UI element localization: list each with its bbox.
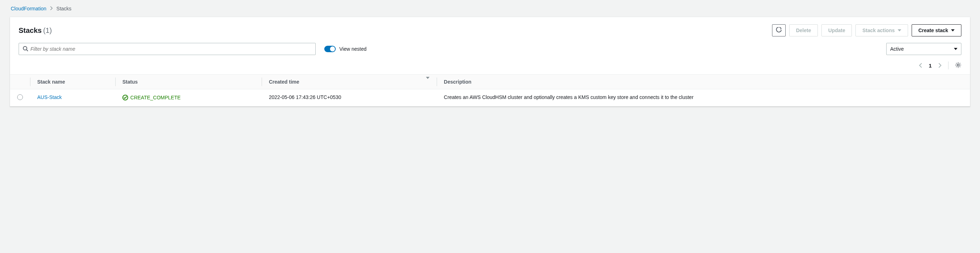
breadcrumb: CloudFormation Stacks <box>0 3 980 17</box>
created-time-cell: 2022-05-06 17:43:26 UTC+0530 <box>262 89 437 106</box>
stack-actions-button[interactable]: Stack actions <box>856 24 908 36</box>
stacks-panel: Stacks (1) Delete Update Stack actions <box>10 17 970 106</box>
search-icon <box>22 46 28 52</box>
created-time-column-header[interactable]: Created time <box>262 75 437 89</box>
description-cell: Creates an AWS CloudHSM cluster and opti… <box>437 89 970 106</box>
svg-point-2 <box>957 64 959 66</box>
create-stack-label: Create stack <box>918 27 948 33</box>
action-button-group: Delete Update Stack actions Create stack <box>772 24 961 36</box>
refresh-button[interactable] <box>772 24 786 36</box>
caret-down-icon <box>954 48 958 50</box>
table-row: AUS-Stack CREATE_COMPLETE 2022-05-06 17:… <box>10 89 970 106</box>
breadcrumb-link-cloudformation[interactable]: CloudFormation <box>11 6 46 11</box>
refresh-icon <box>776 27 782 34</box>
stack-actions-label: Stack actions <box>862 27 894 33</box>
chevron-right-icon <box>50 6 53 11</box>
view-nested-label: View nested <box>339 46 366 52</box>
breadcrumb-current: Stacks <box>57 6 72 11</box>
status-filter-value: Active <box>890 46 904 52</box>
success-icon <box>123 95 128 100</box>
caret-down-icon <box>951 29 955 32</box>
status-text: CREATE_COMPLETE <box>130 95 181 100</box>
divider <box>948 62 948 69</box>
sort-descending-icon <box>426 79 430 85</box>
svg-point-0 <box>23 46 27 50</box>
stacks-table: Stack name Status Created time Descripti… <box>10 74 970 106</box>
status-column-header[interactable]: Status <box>115 75 262 89</box>
current-page: 1 <box>929 63 932 69</box>
next-page-button[interactable] <box>938 63 942 68</box>
status-badge: CREATE_COMPLETE <box>123 95 181 100</box>
create-stack-button[interactable]: Create stack <box>912 24 961 36</box>
search-input[interactable] <box>28 44 312 54</box>
description-column-header[interactable]: Description <box>437 75 970 89</box>
caret-down-icon <box>898 29 901 32</box>
prev-page-button[interactable] <box>919 63 923 68</box>
page-title-text: Stacks <box>19 27 42 35</box>
search-box[interactable] <box>19 43 316 55</box>
pagination: 1 <box>919 63 942 69</box>
svg-line-1 <box>27 50 28 51</box>
status-filter-select[interactable]: Active <box>886 43 961 55</box>
stack-count: (1) <box>43 27 52 35</box>
delete-button[interactable]: Delete <box>789 24 818 36</box>
view-nested-toggle[interactable] <box>324 46 336 52</box>
stack-name-column-header[interactable]: Stack name <box>30 75 115 89</box>
settings-button[interactable] <box>955 62 961 69</box>
row-select-radio[interactable] <box>17 94 23 100</box>
update-button[interactable]: Update <box>821 24 852 36</box>
select-column-header <box>10 75 30 89</box>
page-title: Stacks (1) <box>19 27 52 35</box>
created-time-header-label: Created time <box>269 79 299 85</box>
gear-icon <box>955 62 961 69</box>
stack-name-link[interactable]: AUS-Stack <box>37 94 62 100</box>
